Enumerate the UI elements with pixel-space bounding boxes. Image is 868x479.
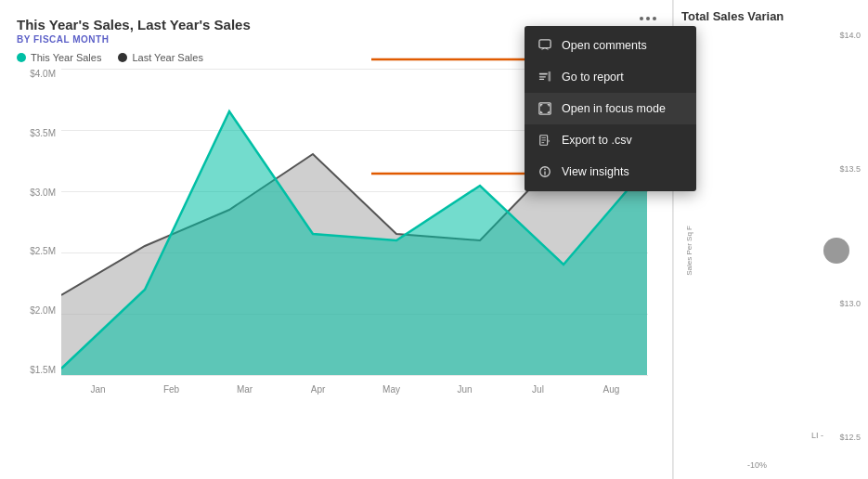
menu-item-open-comments[interactable]: Open comments <box>525 30 696 61</box>
menu-label-export-csv: Export to .csv <box>562 134 632 147</box>
menu-item-view-insights[interactable]: View insights <box>525 156 696 188</box>
x-label-mar: Mar <box>208 384 281 395</box>
li-label: LI - <box>811 431 823 440</box>
y-label-25m: $2.5M <box>30 246 56 256</box>
svg-point-13 <box>544 169 546 171</box>
context-menu: Open comments Go to report <box>525 26 696 191</box>
y-label-4m: $4.0M <box>30 69 56 79</box>
menu-item-focus-mode[interactable]: Open in focus mode <box>525 93 696 124</box>
dot-3 <box>653 17 656 20</box>
menu-label-go-to-report: Go to report <box>562 71 624 84</box>
right-panel-title: Total Sales Varian <box>681 9 861 23</box>
main-container: This Year's Sales, Last Year's Sales BY … <box>0 0 868 479</box>
y-label-35m: $3.5M <box>30 128 56 138</box>
right-y-130: $13.0 <box>839 299 861 308</box>
more-options-button[interactable] <box>636 13 660 24</box>
svg-rect-6 <box>539 76 546 77</box>
svg-point-15 <box>823 238 849 264</box>
dot-2 <box>646 17 650 20</box>
legend-dot-dark <box>118 53 127 62</box>
x-label-aug: Aug <box>575 384 648 395</box>
insights-icon <box>538 164 552 179</box>
svg-rect-7 <box>539 79 544 80</box>
export-icon <box>538 133 552 148</box>
right-panel: Total Sales Varian $14.0 $13.5 $13.0 $12… <box>673 0 868 479</box>
right-y-140: $14.0 <box>839 31 861 40</box>
y-label-2m: $2.0M <box>30 305 56 316</box>
right-x-label: -10% <box>747 460 767 470</box>
right-x-labels: -10% <box>681 460 833 470</box>
legend-dot-teal <box>17 53 26 62</box>
legend-label-last-year: Last Year Sales <box>132 52 202 63</box>
svg-rect-8 <box>549 71 551 82</box>
x-label-jun: Jun <box>428 384 501 395</box>
menu-label-view-insights: View insights <box>562 165 629 178</box>
legend-item-this-year: This Year Sales <box>17 52 101 63</box>
svg-marker-11 <box>549 139 551 143</box>
legend-item-last-year: Last Year Sales <box>118 52 202 63</box>
focus-icon <box>538 101 552 116</box>
sales-sq-label: Sales Per Sq F <box>685 226 693 276</box>
y-label-3m: $3.0M <box>30 188 56 198</box>
svg-rect-5 <box>539 73 548 75</box>
x-label-may: May <box>355 384 428 395</box>
comment-icon <box>538 38 552 53</box>
donut-chart <box>820 234 853 267</box>
legend-label-this-year: This Year Sales <box>31 52 101 63</box>
menu-item-export-csv[interactable]: Export to .csv <box>525 124 696 156</box>
grid-line-bottom <box>61 375 648 376</box>
right-y-125: $12.5 <box>839 433 861 442</box>
right-y-135: $13.5 <box>839 164 861 174</box>
y-label-15m: $1.5M <box>30 365 56 375</box>
menu-label-focus-mode: Open in focus mode <box>562 102 666 115</box>
svg-rect-4 <box>539 40 551 48</box>
dot-1 <box>640 17 643 20</box>
x-label-jul: Jul <box>501 384 575 395</box>
x-label-feb: Feb <box>135 384 208 395</box>
x-label-apr: Apr <box>281 384 355 395</box>
y-axis: $4.0M $3.5M $3.0M $2.5M $2.0M $1.5M <box>17 69 61 375</box>
right-chart-area: $14.0 $13.5 $13.0 $12.5 Sales Per Sq F -… <box>681 31 861 470</box>
x-axis: Jan Feb Mar Apr May Jun Jul Aug <box>61 379 648 412</box>
x-label-jan: Jan <box>61 384 135 395</box>
report-icon <box>538 70 552 84</box>
menu-label-open-comments: Open comments <box>562 39 647 52</box>
menu-item-go-to-report[interactable]: Go to report <box>525 61 696 93</box>
